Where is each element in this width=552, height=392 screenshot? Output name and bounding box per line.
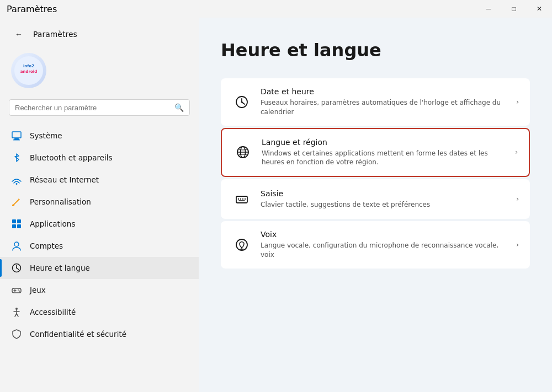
card-inner-saisie: Saisie Clavier tactile, suggestions de t… [221,179,530,219]
comptes-icon [11,240,22,251]
svg-rect-10 [17,219,21,223]
confidentialite-icon [11,329,22,340]
sidebar-item-label-personnalisation: Personnalisation [30,197,91,206]
sidebar-item-personnalisation[interactable]: Personnalisation [0,191,199,213]
sidebar-item-heure[interactable]: Heure et langue [0,257,199,279]
sidebar-item-label-applications: Applications [30,219,75,228]
titlebar-title: Paramètres [7,4,57,14]
minimize-button[interactable]: ─ [476,0,501,18]
sidebar-item-jeux[interactable]: Jeux [0,279,199,301]
date-heure-icon [232,92,252,112]
search-box[interactable]: 🔍 [9,99,190,116]
accessibilite-icon [11,307,22,318]
sidebar-item-label-systeme: Système [30,131,62,140]
svg-point-17 [16,267,17,269]
jeux-icon [11,284,22,296]
svg-line-7 [13,200,19,205]
card-desc-date-heure: Fuseaux horaires, paramètres automatique… [261,98,507,117]
svg-rect-9 [12,219,16,223]
card-desc-langue-region: Windows et certaines applications metten… [262,149,506,168]
svg-point-13 [14,242,19,246]
avatar-logo-svg: info2 android [14,56,43,85]
avatar: info2 android [11,53,46,88]
svg-rect-5 [13,139,20,141]
chevron-right-icon-voix: › [516,241,519,249]
search-icon: 🔍 [174,103,184,112]
svg-rect-3 [12,132,21,138]
page-title: Heure et langue [221,40,530,61]
svg-point-31 [241,101,243,103]
sidebar-item-applications[interactable]: Applications [0,213,199,235]
sidebar-item-label-jeux: Jeux [30,286,46,294]
applications-icon [11,218,22,229]
svg-line-27 [17,314,18,316]
svg-rect-11 [12,224,16,228]
sidebar-header: ← Paramètres [0,18,199,53]
sidebar: ← Paramètres info2 android 🔍 Systè [0,18,199,392]
titlebar: Paramètres ─ □ ✕ [0,0,552,18]
svg-point-21 [18,289,19,291]
card-text-voix: Voix Langue vocale, configuration du mic… [261,230,507,260]
avatar-area: info2 android [0,53,199,99]
svg-rect-35 [236,196,247,203]
sidebar-nav: SystèmeBluetooth et appareilsRéseau et I… [0,125,199,385]
settings-card-saisie[interactable]: Saisie Clavier tactile, suggestions de t… [221,179,530,219]
svg-text:info2: info2 [23,64,34,68]
saisie-icon [232,189,252,209]
settings-cards-list: Date et heure Fuseaux horaires, paramètr… [221,78,530,269]
voix-icon [232,235,252,255]
svg-rect-4 [14,138,19,139]
settings-card-langue-region[interactable]: Langue et région Windows et certaines ap… [221,128,530,178]
chevron-right-icon-date-heure: › [516,98,519,106]
card-inner-langue-region: Langue et région Windows et certaines ap… [222,129,529,176]
sidebar-item-label-heure: Heure et langue [30,264,90,272]
sidebar-item-reseau[interactable]: Réseau et Internet [0,169,199,191]
card-text-saisie: Saisie Clavier tactile, suggestions de t… [261,189,507,210]
back-button[interactable]: ← [11,26,26,42]
sidebar-item-accessibilite[interactable]: Accessibilité [0,301,199,323]
card-text-langue-region: Langue et région Windows et certaines ap… [262,138,506,168]
card-desc-voix: Langue vocale, configuration du micropho… [261,241,507,260]
reseau-icon [11,174,22,185]
sidebar-app-title: Paramètres [33,30,77,39]
sidebar-item-confidentialite[interactable]: Confidentialité et sécurité [0,323,199,345]
card-title-langue-region: Langue et région [262,138,506,147]
sidebar-item-bluetooth[interactable]: Bluetooth et appareils [0,147,199,169]
svg-rect-8 [12,205,14,206]
chevron-right-icon-saisie: › [516,195,519,203]
sidebar-item-label-confidentialite: Confidentialité et sécurité [30,330,126,339]
main-window: ← Paramètres info2 android 🔍 Systè [0,18,552,392]
settings-card-date-heure[interactable]: Date et heure Fuseaux horaires, paramètr… [221,78,530,126]
svg-rect-12 [17,224,21,228]
card-title-date-heure: Date et heure [261,87,507,96]
avatar-inner: info2 android [11,53,46,88]
card-inner-voix: Voix Langue vocale, configuration du mic… [221,221,530,269]
svg-point-22 [19,291,20,292]
sidebar-item-systeme[interactable]: Système [0,125,199,147]
card-title-voix: Voix [261,230,507,239]
sidebar-item-label-reseau: Réseau et Internet [30,175,99,184]
svg-text:android: android [20,69,37,74]
card-inner-date-heure: Date et heure Fuseaux horaires, paramètr… [221,78,530,126]
bluetooth-icon [11,152,22,163]
search-input[interactable] [15,104,170,112]
chevron-right-icon-langue-region: › [515,148,518,156]
langue-region-icon [233,142,253,162]
card-title-saisie: Saisie [261,189,507,198]
sidebar-item-comptes[interactable]: Comptes [0,235,199,257]
settings-card-voix[interactable]: Voix Langue vocale, configuration du mic… [221,221,530,269]
systeme-icon [11,130,22,141]
titlebar-controls: ─ □ ✕ [476,0,552,18]
maximize-button[interactable]: □ [501,0,527,18]
svg-line-26 [15,314,17,316]
titlebar-left: Paramètres [7,4,57,14]
content-area: Heure et langue Date et heure Fuseaux ho… [199,18,552,392]
sidebar-item-label-bluetooth: Bluetooth et appareils [30,153,113,162]
sidebar-item-label-comptes: Comptes [30,241,63,250]
svg-point-6 [16,183,18,185]
personnalisation-icon [11,196,22,207]
card-desc-saisie: Clavier tactile, suggestions de texte et… [261,200,507,210]
card-text-date-heure: Date et heure Fuseaux horaires, paramètr… [261,87,507,117]
heure-icon [11,262,22,273]
close-button[interactable]: ✕ [527,0,552,18]
